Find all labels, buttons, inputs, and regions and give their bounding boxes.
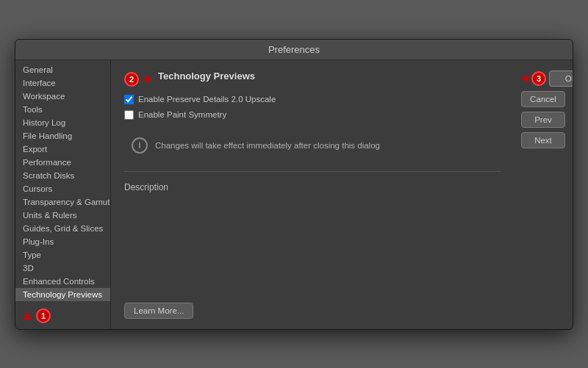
sidebar-item-workspace[interactable]: Workspace <box>15 90 110 103</box>
sidebar-item-3d[interactable]: 3D <box>15 261 110 275</box>
divider <box>124 171 501 172</box>
info-icon: i <box>132 137 148 154</box>
dialog-body: General Interface Workspace Tools Histor… <box>15 60 573 329</box>
main-header-row: 2 Technology Previews <box>124 71 501 89</box>
sidebar-item-guides-grid-slices[interactable]: Guides, Grid & Slices <box>15 222 110 235</box>
checkbox-preserve-details-label: Enable Preserve Details 2.0 Upscale <box>138 95 276 104</box>
sidebar-item-export[interactable]: Export <box>15 142 110 156</box>
arrow-right-icon-2 <box>145 75 152 84</box>
sidebar-item-units-rulers[interactable]: Units & Rulers <box>15 209 110 222</box>
sidebar-item-plug-ins[interactable]: Plug-Ins <box>15 235 110 248</box>
sidebar-item-general[interactable]: General <box>15 63 110 76</box>
main-content: 2 Technology Previews Enable Preserve De… <box>111 60 514 329</box>
ok-button[interactable]: OK <box>549 71 573 87</box>
sidebar-item-cursors[interactable]: Cursors <box>15 182 110 195</box>
next-button[interactable]: Next <box>521 132 565 148</box>
learn-more-button[interactable]: Learn More... <box>124 303 193 319</box>
checkbox-paint-symmetry-row: Enable Paint Symmetry <box>124 110 501 120</box>
description-area <box>124 195 501 303</box>
sidebar: General Interface Workspace Tools Histor… <box>15 60 111 329</box>
section-title-row: 2 Technology Previews <box>124 71 255 89</box>
cancel-button[interactable]: Cancel <box>521 91 565 107</box>
annotation-badge-3: 3 <box>531 71 546 86</box>
sidebar-item-history-log[interactable]: History Log <box>15 116 110 129</box>
sidebar-item-tools[interactable]: Tools <box>15 103 110 116</box>
annotation-badge-2: 2 <box>124 72 139 87</box>
sidebar-item-scratch-disks[interactable]: Scratch Disks <box>15 169 110 182</box>
annotation-1-area: 1 <box>15 301 110 326</box>
section-title: Technology Previews <box>158 71 255 82</box>
title-bar: Preferences <box>15 40 573 60</box>
ok-area: 3 OK <box>521 71 565 87</box>
info-box: i Changes will take effect immediately a… <box>124 133 501 158</box>
sidebar-item-transparency-gamut[interactable]: Transparency & Gamut <box>15 195 110 209</box>
sidebar-item-performance[interactable]: Performance <box>15 156 110 169</box>
preferences-dialog: Preferences General Interface Workspace … <box>15 39 573 330</box>
info-text: Changes will take effect immediately aft… <box>155 141 380 150</box>
sidebar-item-enhanced-controls[interactable]: Enhanced Controls <box>15 275 110 288</box>
checkbox-preserve-details[interactable] <box>124 95 134 104</box>
description-label: Description <box>124 182 501 192</box>
annotation-badge-1: 1 <box>36 309 51 323</box>
arrow-left-icon-3 <box>521 74 528 83</box>
sidebar-item-technology-previews[interactable]: Technology Previews <box>15 288 110 301</box>
sidebar-item-file-handling[interactable]: File Handling <box>15 129 110 142</box>
checkbox-paint-symmetry[interactable] <box>124 110 134 120</box>
prev-button[interactable]: Prev <box>521 112 565 128</box>
action-buttons-panel: 3 OK Cancel Prev Next <box>514 60 573 329</box>
checkbox-preserve-details-row: Enable Preserve Details 2.0 Upscale <box>124 95 501 104</box>
sidebar-item-type[interactable]: Type <box>15 248 110 261</box>
sidebar-item-interface[interactable]: Interface <box>15 76 110 90</box>
checkbox-paint-symmetry-label: Enable Paint Symmetry <box>138 110 226 119</box>
arrow-up-icon-1 <box>23 312 32 320</box>
dialog-title: Preferences <box>268 44 320 55</box>
